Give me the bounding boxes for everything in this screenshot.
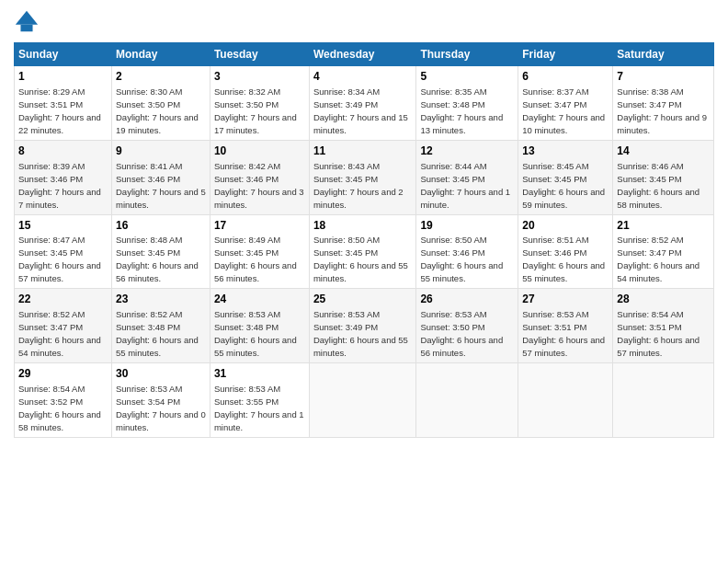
sunrise-info: Sunrise: 8:52 AM	[18, 309, 85, 319]
sunrise-info: Sunrise: 8:52 AM	[116, 309, 182, 319]
sunrise-info: Sunrise: 8:50 AM	[420, 235, 486, 245]
sunrise-info: Sunrise: 8:39 AM	[18, 161, 85, 171]
column-header-wednesday: Wednesday	[309, 43, 415, 66]
daylight-info: Daylight: 7 hours and 0 minutes.	[116, 409, 206, 432]
day-cell	[613, 363, 714, 438]
day-cell: 31Sunrise: 8:53 AMSunset: 3:55 PMDayligh…	[210, 363, 309, 438]
day-number: 8	[18, 144, 108, 159]
daylight-info: Daylight: 6 hours and 55 minutes.	[313, 335, 408, 358]
day-cell: 10Sunrise: 8:42 AMSunset: 3:46 PMDayligh…	[210, 140, 309, 214]
sunset-info: Sunset: 3:46 PM	[420, 247, 484, 258]
daylight-info: Daylight: 7 hours and 7 minutes.	[18, 187, 101, 210]
day-cell: 12Sunrise: 8:44 AMSunset: 3:45 PMDayligh…	[416, 140, 518, 214]
sunset-info: Sunset: 3:51 PM	[522, 322, 586, 332]
sunset-info: Sunset: 3:46 PM	[522, 247, 586, 258]
day-cell: 15Sunrise: 8:47 AMSunset: 3:45 PMDayligh…	[15, 214, 112, 289]
week-row-2: 8Sunrise: 8:39 AMSunset: 3:46 PMDaylight…	[15, 140, 714, 214]
sunrise-info: Sunrise: 8:37 AM	[522, 86, 588, 97]
day-number: 19	[420, 218, 514, 234]
header	[14, 9, 714, 35]
day-cell: 1Sunrise: 8:29 AMSunset: 3:51 PMDaylight…	[15, 66, 112, 141]
sunset-info: Sunset: 3:45 PM	[214, 247, 279, 258]
week-row-3: 15Sunrise: 8:47 AMSunset: 3:45 PMDayligh…	[15, 214, 714, 289]
column-header-monday: Monday	[112, 43, 210, 66]
svg-rect-1	[20, 25, 32, 31]
sunset-info: Sunset: 3:45 PM	[116, 247, 180, 258]
sunrise-info: Sunrise: 8:53 AM	[313, 309, 380, 319]
sunrise-info: Sunrise: 8:34 AM	[313, 86, 380, 97]
day-number: 20	[522, 218, 609, 234]
day-cell: 2Sunrise: 8:30 AMSunset: 3:50 PMDaylight…	[112, 66, 210, 141]
daylight-info: Daylight: 6 hours and 56 minutes.	[420, 335, 503, 358]
day-cell: 28Sunrise: 8:54 AMSunset: 3:51 PMDayligh…	[613, 289, 714, 363]
daylight-info: Daylight: 7 hours and 1 minute.	[420, 187, 510, 210]
daylight-info: Daylight: 7 hours and 15 minutes.	[313, 112, 408, 135]
sunrise-info: Sunrise: 8:42 AM	[214, 161, 280, 171]
day-number: 10	[214, 144, 305, 159]
column-header-tuesday: Tuesday	[210, 43, 309, 66]
day-cell: 13Sunrise: 8:45 AMSunset: 3:45 PMDayligh…	[518, 140, 613, 214]
sunrise-info: Sunrise: 8:50 AM	[313, 235, 380, 245]
daylight-info: Daylight: 7 hours and 22 minutes.	[18, 112, 101, 135]
sunrise-info: Sunrise: 8:48 AM	[116, 235, 182, 245]
day-number: 12	[420, 144, 514, 159]
day-number: 29	[18, 366, 108, 382]
sunset-info: Sunset: 3:47 PM	[617, 99, 681, 109]
sunset-info: Sunset: 3:51 PM	[617, 322, 681, 332]
sunrise-info: Sunrise: 8:53 AM	[214, 309, 280, 319]
day-cell: 3Sunrise: 8:32 AMSunset: 3:50 PMDaylight…	[210, 66, 309, 141]
sunrise-info: Sunrise: 8:54 AM	[18, 384, 85, 394]
logo	[14, 9, 43, 35]
daylight-info: Daylight: 7 hours and 17 minutes.	[214, 112, 297, 135]
day-cell: 5Sunrise: 8:35 AMSunset: 3:48 PMDaylight…	[416, 66, 518, 141]
sunrise-info: Sunrise: 8:47 AM	[18, 235, 85, 245]
sunset-info: Sunset: 3:46 PM	[116, 174, 180, 184]
sunrise-info: Sunrise: 8:29 AM	[18, 86, 85, 97]
daylight-info: Daylight: 6 hours and 56 minutes.	[214, 260, 297, 283]
sunset-info: Sunset: 3:46 PM	[18, 174, 83, 184]
day-number: 26	[420, 292, 514, 307]
day-cell: 30Sunrise: 8:53 AMSunset: 3:54 PMDayligh…	[112, 363, 210, 438]
daylight-info: Daylight: 6 hours and 55 minutes.	[420, 260, 503, 283]
day-number: 3	[214, 69, 305, 85]
column-header-thursday: Thursday	[416, 43, 518, 66]
daylight-info: Daylight: 6 hours and 55 minutes.	[522, 260, 605, 283]
day-cell: 18Sunrise: 8:50 AMSunset: 3:45 PMDayligh…	[309, 214, 415, 289]
logo-icon	[14, 9, 40, 35]
sunrise-info: Sunrise: 8:43 AM	[313, 161, 380, 171]
sunrise-info: Sunrise: 8:30 AM	[116, 86, 182, 97]
sunset-info: Sunset: 3:46 PM	[214, 174, 279, 184]
day-cell: 23Sunrise: 8:52 AMSunset: 3:48 PMDayligh…	[112, 289, 210, 363]
sunset-info: Sunset: 3:52 PM	[18, 396, 83, 407]
sunset-info: Sunset: 3:47 PM	[18, 322, 83, 332]
sunset-info: Sunset: 3:55 PM	[214, 396, 279, 407]
day-number: 24	[214, 292, 305, 307]
daylight-info: Daylight: 7 hours and 10 minutes.	[522, 112, 605, 135]
daylight-info: Daylight: 6 hours and 55 minutes.	[313, 260, 408, 283]
sunset-info: Sunset: 3:50 PM	[420, 322, 484, 332]
sunset-info: Sunset: 3:48 PM	[420, 99, 484, 109]
week-row-4: 22Sunrise: 8:52 AMSunset: 3:47 PMDayligh…	[15, 289, 714, 363]
sunset-info: Sunset: 3:45 PM	[617, 174, 681, 184]
sunrise-info: Sunrise: 8:32 AM	[214, 86, 280, 97]
sunset-info: Sunset: 3:54 PM	[116, 396, 180, 407]
sunset-info: Sunset: 3:45 PM	[313, 174, 378, 184]
day-cell: 14Sunrise: 8:46 AMSunset: 3:45 PMDayligh…	[613, 140, 714, 214]
daylight-info: Daylight: 7 hours and 9 minutes.	[617, 112, 707, 135]
daylight-info: Daylight: 7 hours and 1 minute.	[214, 409, 304, 432]
day-number: 17	[214, 218, 305, 234]
day-number: 14	[617, 144, 710, 159]
daylight-info: Daylight: 6 hours and 55 minutes.	[116, 335, 199, 358]
day-cell	[416, 363, 518, 438]
day-number: 31	[214, 366, 305, 382]
day-cell: 25Sunrise: 8:53 AMSunset: 3:49 PMDayligh…	[309, 289, 415, 363]
svg-marker-0	[16, 11, 38, 25]
daylight-info: Daylight: 7 hours and 13 minutes.	[420, 112, 503, 135]
sunrise-info: Sunrise: 8:53 AM	[214, 384, 280, 394]
daylight-info: Daylight: 6 hours and 54 minutes.	[18, 335, 101, 358]
daylight-info: Daylight: 7 hours and 3 minutes.	[214, 187, 304, 210]
sunrise-info: Sunrise: 8:51 AM	[522, 235, 588, 245]
day-cell: 29Sunrise: 8:54 AMSunset: 3:52 PMDayligh…	[15, 363, 112, 438]
calendar-header-row: SundayMondayTuesdayWednesdayThursdayFrid…	[15, 43, 714, 66]
sunset-info: Sunset: 3:51 PM	[18, 99, 83, 109]
